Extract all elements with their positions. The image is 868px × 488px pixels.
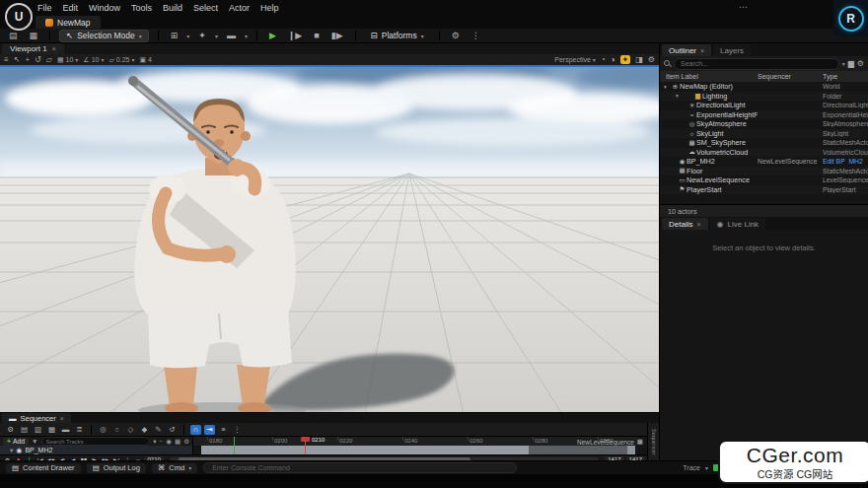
more-menu-icon[interactable]: ⋯ (739, 2, 748, 12)
column-sequencer[interactable]: Sequencer (758, 73, 823, 80)
viewport-options-icon[interactable]: ≡ (4, 55, 9, 64)
seq-browse-icon[interactable]: ▥ (33, 425, 43, 435)
outliner-row[interactable]: ≈ ExponentialHeightFog ExponentialHeight… (660, 110, 868, 120)
close-icon[interactable]: × (60, 415, 64, 422)
live-link-tab[interactable]: ◉ Live Link (710, 218, 766, 230)
seq-camera-icon[interactable]: ▬ (60, 425, 71, 435)
grid-snap-toggle[interactable]: ▦ 10 ▾ (57, 56, 78, 64)
viewport-scene[interactable] (0, 67, 659, 414)
unreal-logo-icon[interactable]: U (5, 3, 33, 31)
menu-actor[interactable]: Actor (229, 3, 250, 13)
menu-select[interactable]: Select (193, 3, 218, 13)
outliner-row[interactable]: ☼ SkyLight SkyLight (660, 129, 868, 139)
settings-icon[interactable]: ⚙ (449, 31, 463, 40)
save-icon[interactable]: ▤ (6, 31, 21, 40)
viewport-tab[interactable]: Viewport 1 × (2, 43, 64, 54)
cinematics-icon[interactable]: ▬ (224, 31, 239, 40)
range-start-marker[interactable] (234, 437, 235, 454)
outliner-settings-icon[interactable]: ⚙ (857, 59, 864, 68)
filter-icon[interactable]: ▼ (32, 438, 37, 445)
view-mode-icon[interactable]: ◔ (601, 55, 606, 64)
platforms-dropdown[interactable]: ⊟ Platforms ▾ (365, 31, 430, 41)
track-settings-icon[interactable]: ⚙ (183, 438, 189, 446)
seq-edit-icon[interactable]: ✎ (153, 425, 164, 435)
console-command-input[interactable] (203, 462, 517, 473)
seq-tracks-icon[interactable]: ≣ (74, 425, 85, 435)
show-flags-icon[interactable]: ◑ (611, 55, 615, 64)
focus-icon[interactable]: ◉ (166, 438, 172, 446)
play-button[interactable]: ▶ (266, 31, 279, 40)
outliner-row[interactable]: ☁ VolumetricCloud VolumetricCloud (660, 148, 868, 158)
more-options-icon[interactable]: ⋮ (469, 31, 483, 40)
content-drawer-button[interactable]: ▤ Content Drawer (6, 463, 81, 473)
menu-window[interactable]: Window (89, 3, 120, 13)
seq-range-lock-icon[interactable]: ⇥ (204, 425, 215, 435)
track-row-bp-mh2[interactable]: ▾ ◉ BP_MH2 (0, 446, 192, 454)
output-log-button[interactable]: ▤ Output Log (87, 463, 146, 473)
scale-snap-toggle[interactable]: ▱ 0.25 ▾ (108, 56, 134, 64)
track-caret-icon[interactable]: ▾ (10, 447, 13, 454)
sequencer-tab[interactable]: ▬ Sequencer × (2, 413, 71, 423)
menu-help[interactable]: Help (260, 3, 279, 13)
skip-button[interactable]: ❙▶ (285, 31, 305, 40)
seq-fps-icon[interactable]: ≡ (218, 425, 229, 435)
seq-autokey-icon[interactable]: ↺ (167, 425, 178, 435)
layers-tab[interactable]: Layers (713, 44, 751, 56)
screenshot-icon[interactable]: ◨ (635, 55, 643, 64)
seq-gear-icon[interactable]: ⚙ (5, 425, 16, 435)
trace-label[interactable]: Trace (683, 464, 700, 471)
menu-build[interactable]: Build (163, 3, 182, 13)
seq-keyframe-icon[interactable]: ◆ (139, 425, 150, 435)
blueprints-icon[interactable]: ✦ (195, 31, 209, 40)
selection-mode-dropdown[interactable]: ↖ Selection Mode ▾ (59, 30, 149, 42)
add-actor-icon[interactable]: ⊞ (168, 31, 181, 40)
new-folder-icon[interactable]: ▆ (848, 59, 854, 68)
close-icon[interactable]: × (700, 47, 704, 54)
frame-button[interactable]: ▮▶ (328, 31, 346, 40)
seq-circle-icon[interactable]: ○ (111, 425, 122, 435)
move-tool-icon[interactable]: + (25, 55, 30, 64)
grid-icon[interactable]: ▦ (175, 438, 181, 446)
column-item-label[interactable]: Item Label (666, 73, 758, 80)
camera-speed-toggle[interactable]: ▣ 4 (139, 56, 152, 64)
outliner-row[interactable]: ▭ NewLevelSequence LevelSequence (660, 175, 868, 185)
playback-range-bar[interactable] (201, 446, 529, 454)
timeline-ruler[interactable]: 0180 0200 0220 0240 0260 0280 0300 (193, 437, 637, 446)
level-tab[interactable]: NewMap (36, 16, 101, 29)
expand-caret-icon[interactable]: ▾ (664, 93, 693, 99)
stop-button[interactable]: ■ (311, 31, 322, 40)
menu-tools[interactable]: Tools (131, 3, 152, 13)
collapse-icon[interactable]: − (160, 438, 164, 445)
close-icon[interactable]: × (696, 221, 700, 228)
outliner-row[interactable]: ▦ SM_SkySphere StaticMeshActor (660, 138, 868, 148)
menu-edit[interactable]: Edit (63, 3, 79, 13)
outliner-search-input[interactable] (674, 58, 839, 70)
sequence-breadcrumb[interactable]: NewLevelSequence ▦ (577, 438, 643, 446)
scale-tool-icon[interactable]: ▱ (46, 55, 52, 64)
seq-save-icon[interactable]: ▤ (19, 425, 30, 435)
select-tool-icon[interactable]: ↖ (14, 55, 21, 64)
seq-render-icon[interactable]: ▦ (46, 425, 57, 435)
sequencer-side-tab[interactable]: Sequencer (647, 423, 659, 461)
details-tab[interactable]: Details × (662, 218, 708, 230)
perspective-dropdown[interactable]: Perspective ▾ (554, 56, 596, 63)
chevron-down-icon[interactable]: ▾ (842, 60, 845, 67)
seq-curves-icon[interactable]: ⋮ (232, 425, 243, 435)
seq-key-hollow-icon[interactable]: ◇ (125, 425, 136, 435)
playhead-line[interactable] (305, 441, 306, 454)
menu-file[interactable]: File (37, 3, 52, 13)
rotate-tool-icon[interactable]: ↺ (35, 55, 41, 64)
range-end-cap[interactable] (627, 446, 635, 454)
close-icon[interactable]: × (52, 45, 56, 52)
outliner-row[interactable]: ▦ Floor StaticMeshActor (660, 167, 868, 176)
rotation-snap-toggle[interactable]: ∠ 10 ▾ (83, 56, 104, 64)
seq-target-icon[interactable]: ◎ (98, 425, 108, 435)
add-track-button[interactable]: + Add (3, 438, 29, 446)
outliner-row[interactable]: ▾ ▆ Lighting Folder (660, 92, 868, 102)
outliner-tab[interactable]: Outliner × (662, 44, 711, 56)
seq-snap-toggle-icon[interactable]: ∩ (190, 425, 201, 435)
expand-icon[interactable]: ▾ (153, 438, 156, 446)
highlighted-mode-icon[interactable]: ✦ (620, 55, 631, 64)
outliner-row-bp-mh2[interactable]: ◉ BP_MH2 NewLevelSequence Edit BP_MH2 (660, 157, 868, 167)
outliner-row[interactable]: ☀ DirectionalLight DirectionalLight (660, 101, 868, 110)
